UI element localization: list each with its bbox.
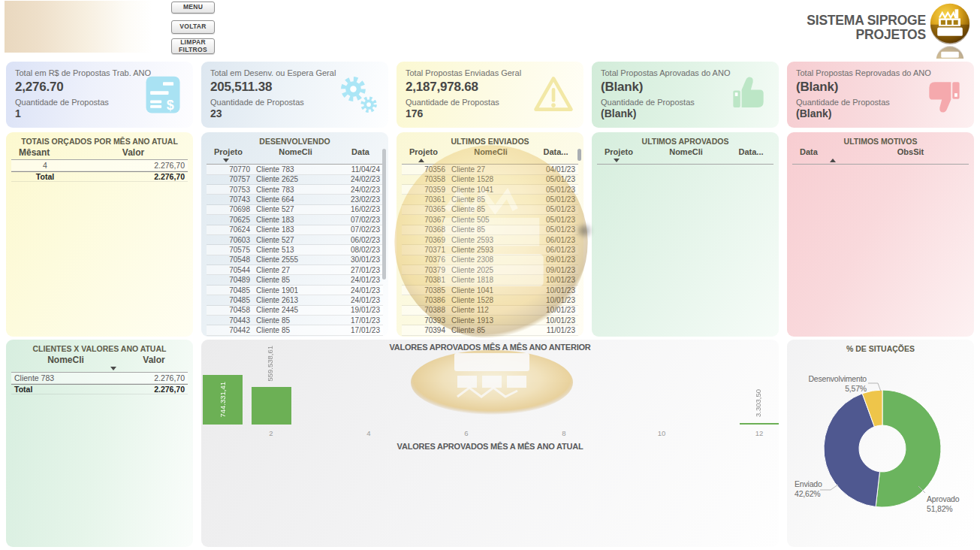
panel-title: ULTIMOS MOTIVOS [787, 132, 974, 146]
table-row[interactable]: 70485Cliente 190124/01/23 [207, 286, 383, 295]
column-header[interactable]: Data... [533, 147, 578, 162]
column-header[interactable]: NomeCli [253, 147, 338, 162]
column-header[interactable]: NomeCli [644, 147, 728, 162]
table-row[interactable]: 70624Cliente 18307/02/23 [207, 225, 383, 235]
cell: 24/01/23 [338, 276, 383, 284]
column-header-label: Data... [543, 147, 568, 157]
cell: 24/02/23 [338, 186, 383, 194]
table-row[interactable]: 70443Cliente 8517/01/23 [207, 316, 383, 325]
table-row[interactable]: 70394Cliente 8511/01/23 [402, 325, 578, 335]
cell: 06/01/23 [533, 236, 578, 244]
table-total-row: Total2.276,70 [11, 384, 188, 395]
cell: 70603 [207, 236, 253, 244]
table-row[interactable]: 70603Cliente 52706/02/23 [207, 235, 383, 245]
bar[interactable] [740, 423, 779, 425]
table-row[interactable]: 70743Cliente 66423/02/23 [207, 195, 383, 204]
cell: 70698 [207, 205, 253, 213]
app-title-line1: SISTEMA SIPROGE [731, 14, 926, 28]
column-header[interactable]: Data [792, 147, 852, 162]
table-row[interactable]: 70393Cliente 191310/01/23 [402, 316, 578, 325]
cell: 70379 [402, 266, 448, 274]
column-header[interactable]: Data [338, 147, 383, 162]
cell: 16/02/23 [338, 205, 383, 213]
slice-name: Aprovado [927, 494, 973, 504]
table-row[interactable]: Cliente 7832.276,70 [11, 373, 188, 384]
bar-value-text: 559.538,61 [266, 346, 274, 382]
limpar-filtros-button[interactable]: LIMPAR FILTROS [171, 38, 215, 54]
table-row[interactable]: 70698Cliente 52716/02/23 [207, 205, 383, 215]
panel-desenvolvendo: DESENVOLVENDO ProjetoNomeCliData70770Cli… [201, 132, 388, 337]
donut-label-enviado: Enviado 42,62% [795, 479, 847, 499]
x-tick-label: 12 [748, 429, 770, 437]
column-header-label: Data... [738, 147, 763, 157]
menu-button[interactable]: MENU [171, 2, 215, 14]
scrollbar[interactable] [382, 149, 386, 280]
table-total-row: Total2.276,70 [11, 171, 188, 183]
slice-aprovado[interactable] [876, 390, 941, 507]
column-header[interactable]: NomeCli [11, 355, 120, 370]
table-row[interactable]: 70356Cliente 2704/01/23 [402, 165, 578, 174]
table-row[interactable]: 70485Cliente 261324/01/23 [207, 295, 383, 305]
table-row[interactable]: 70458Cliente 244519/01/23 [207, 306, 383, 316]
x-tick-label: 2 [260, 429, 282, 437]
table-row[interactable]: 70442Cliente 8517/01/23 [207, 325, 383, 335]
table-row[interactable]: 70365Cliente 8505/01/23 [402, 205, 578, 215]
table-row[interactable]: 70368Cliente 8505/01/23 [402, 225, 578, 235]
table-row[interactable]: 70625Cliente 18307/02/23 [207, 215, 383, 225]
cell: 30/01/23 [338, 255, 383, 264]
column-header[interactable]: Mêsant [11, 147, 79, 158]
table-row[interactable]: 70544Cliente 2727/01/23 [207, 265, 383, 275]
table-row[interactable]: 70753Cliente 78324/02/23 [207, 185, 383, 195]
cell: 70624 [207, 225, 253, 234]
table-row[interactable]: 70381Cliente 181810/01/23 [402, 275, 578, 285]
cell: Cliente 85 [448, 326, 533, 334]
column-header[interactable]: Valor [120, 355, 188, 370]
column-header[interactable]: Data... [728, 147, 773, 162]
cell: Cliente 27 [253, 266, 338, 274]
bar[interactable] [252, 387, 291, 425]
table-row[interactable]: 70359Cliente 104105/01/23 [402, 185, 578, 195]
table-row[interactable]: 70385Cliente 104110/01/23 [402, 286, 578, 295]
scrollbar[interactable] [577, 149, 581, 161]
column-header[interactable]: Projeto [402, 147, 448, 162]
table-row[interactable]: 70369Cliente 259306/01/23 [402, 235, 578, 245]
cell: 17/01/23 [338, 326, 383, 334]
cell: Cliente 85 [448, 225, 533, 234]
column-header[interactable]: Valor [79, 147, 188, 158]
column-header[interactable]: Projeto [207, 147, 253, 162]
cell: 70770 [207, 165, 253, 174]
table-row[interactable]: 70386Cliente 152810/01/23 [402, 295, 578, 305]
cell: 70458 [207, 306, 253, 314]
sort-desc-icon [110, 367, 116, 370]
table-row[interactable]: 70358Cliente 152805/01/23 [402, 175, 578, 185]
column-header[interactable]: NomeCli [448, 147, 533, 162]
cell: 70367 [402, 216, 448, 224]
table-row[interactable]: 70371Cliente 259306/01/23 [402, 245, 578, 255]
table-row[interactable]: 70548Cliente 255530/01/23 [207, 255, 383, 265]
voltar-button[interactable]: VOLTAR [171, 20, 215, 34]
column-header[interactable]: ObsSit [852, 147, 969, 162]
cell: 2.276,70 [120, 373, 188, 382]
enviados-table: ProjetoNomeCliData...70356Cliente 2704/0… [402, 147, 578, 336]
table-row[interactable]: 70367Cliente 50505/01/23 [402, 215, 578, 225]
table-row[interactable]: 70388Cliente 11210/01/23 [402, 306, 578, 316]
cell: 70381 [402, 276, 448, 284]
aprovados-table: ProjetoNomeCliData... [597, 147, 773, 165]
sort-asc-icon [418, 159, 424, 162]
table-row[interactable]: 70489Cliente 8524/01/23 [207, 275, 383, 285]
table-row[interactable]: 70770Cliente 78311/04/24 [207, 165, 383, 174]
slice-name: Desenvolvimento [787, 374, 867, 384]
table-header-row: ProjetoNomeCliData... [597, 147, 773, 165]
table-row[interactable]: 70376Cliente 230809/01/23 [402, 255, 578, 265]
table-row[interactable]: 42.276,70 [11, 160, 188, 171]
cell: Cliente 27 [448, 165, 533, 174]
kpi-card-reprovadas: Total Propostas Reprovadas do ANO (Blank… [787, 62, 974, 128]
table-row[interactable]: 70361Cliente 8505/01/23 [402, 195, 578, 204]
table-row[interactable]: 70575Cliente 51308/02/23 [207, 245, 383, 255]
table-header-row: ProjetoNomeCliData [207, 147, 383, 165]
header-gradient-decor [5, 1, 152, 53]
table-row[interactable]: 70757Cliente 262524/02/23 [207, 175, 383, 185]
table-row[interactable]: 70379Cliente 202509/01/23 [402, 265, 578, 275]
cell: 23/02/23 [338, 195, 383, 204]
column-header[interactable]: Projeto [597, 147, 644, 162]
